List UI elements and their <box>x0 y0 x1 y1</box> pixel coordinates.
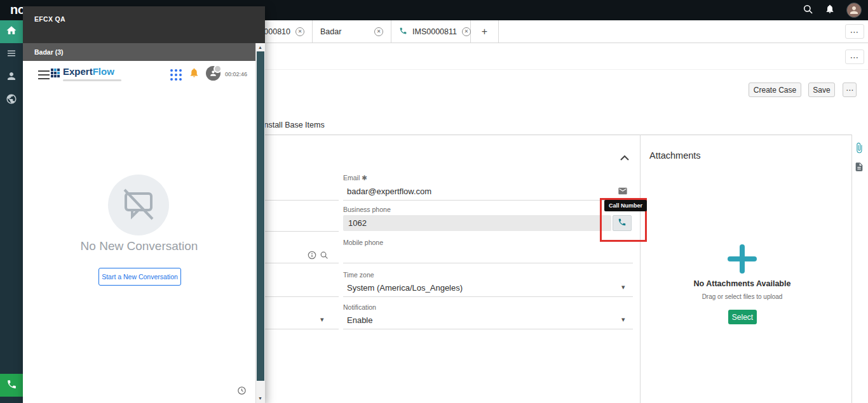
expertflow-widget-panel: EFCX QA Badar (3) ExpertFlow <box>23 6 265 403</box>
field-underline <box>343 200 633 201</box>
scroll-up-icon[interactable]: ▲ <box>256 43 264 52</box>
scroll-down-icon[interactable]: ▼ <box>256 394 264 403</box>
save-button[interactable]: Save <box>808 83 835 97</box>
tab-label: Badar <box>320 27 369 36</box>
left-nav-sidebar <box>0 20 23 403</box>
widget-bell-icon[interactable] <box>189 67 200 81</box>
notification-select[interactable]: Enable <box>347 315 372 325</box>
header-actions <box>803 0 862 20</box>
field-underline <box>261 329 339 329</box>
tab-overflow-button[interactable]: ⋯ <box>845 24 864 39</box>
section-tab-install-base-items[interactable]: Install Base Items <box>262 121 325 129</box>
info-icon[interactable] <box>308 251 316 262</box>
paperclip-icon[interactable] <box>853 142 865 156</box>
app-root: now I <box>0 0 868 403</box>
phone-icon <box>6 379 17 392</box>
time-zone-select[interactable]: System (America/Los_Angeles) <box>347 283 463 293</box>
mobile-phone-label: Mobile phone <box>343 239 383 246</box>
widget-body: Badar (3) ExpertFlow <box>23 43 265 403</box>
search-icon[interactable] <box>803 4 813 17</box>
phone-icon <box>399 27 407 37</box>
field-underline <box>343 329 633 329</box>
attachments-title: Attachments <box>649 150 701 161</box>
widget-app-title: EFCX QA <box>23 6 265 43</box>
chevron-down-icon[interactable]: ▾ <box>320 315 324 324</box>
right-icon-strip <box>851 135 868 403</box>
list-icon <box>6 48 17 62</box>
sidebar-item-phone[interactable] <box>0 374 23 397</box>
sidebar-item-contacts[interactable] <box>0 66 23 89</box>
brand-primary: Expert <box>63 66 93 77</box>
agent-avatar[interactable] <box>206 66 220 81</box>
email-field[interactable]: badar@expertflow.com <box>347 187 431 196</box>
document-icon[interactable] <box>854 162 864 175</box>
envelope-icon[interactable] <box>618 186 628 199</box>
expertflow-grid-icon <box>51 69 60 77</box>
attachments-empty-subtitle: Drag or select files to upload <box>637 293 848 300</box>
time-zone-label: Time zone <box>343 271 374 279</box>
form-more-button[interactable]: ⋯ <box>843 83 857 97</box>
add-attachment-icon[interactable] <box>637 244 848 277</box>
notifications-bell-icon[interactable] <box>825 4 835 17</box>
sidebar-item-home[interactable] <box>0 20 23 43</box>
widget-queue-header: Badar (3) <box>23 43 255 61</box>
tab-label: IMS0000811 <box>412 27 457 36</box>
business-phone-label: Business phone <box>343 206 391 213</box>
field-underline <box>343 296 633 297</box>
field-underline <box>343 263 633 263</box>
record-more-button[interactable]: ⋯ <box>845 50 864 64</box>
field-underline <box>261 200 339 201</box>
no-conversation-icon <box>108 175 169 238</box>
agent-state-timer: 00:02:46 <box>225 71 247 77</box>
home-icon <box>6 25 17 39</box>
scrollbar-thumb[interactable] <box>257 51 264 381</box>
history-clock-icon[interactable] <box>237 386 247 398</box>
attachments-empty-title: No Attachments Available <box>637 279 848 288</box>
select-files-button[interactable]: Select <box>728 310 757 324</box>
workspace-tab-badar[interactable]: Badar ✕ <box>313 20 391 43</box>
widget-content: Badar (3) ExpertFlow <box>23 43 255 403</box>
close-tab-icon[interactable]: ✕ <box>462 27 471 36</box>
close-tab-icon[interactable]: ✕ <box>295 27 304 36</box>
expertflow-logo: ExpertFlow <box>51 66 121 81</box>
widget-main: ExpertFlow 00:02:46 <box>23 61 255 403</box>
create-case-button[interactable]: Create Case <box>749 83 801 97</box>
field-underline <box>261 296 339 297</box>
sidebar-item-globe[interactable] <box>0 89 23 112</box>
collapse-section-chevron[interactable] <box>620 152 629 163</box>
email-label: Email ✱ <box>343 174 367 182</box>
lookup-search-icon[interactable] <box>320 251 329 262</box>
chevron-down-icon[interactable]: ▾ <box>621 315 625 324</box>
user-avatar[interactable] <box>846 3 862 18</box>
agent-status-badge <box>214 65 222 73</box>
add-tab-button[interactable]: + <box>471 20 499 43</box>
dialpad-icon[interactable] <box>170 69 182 81</box>
widget-scrollbar[interactable]: ▲ ▼ <box>255 43 265 403</box>
start-conversation-button[interactable]: Start a New Conversation <box>98 268 181 286</box>
field-underline <box>261 263 339 263</box>
contact-icon <box>6 70 17 84</box>
business-phone-field[interactable]: 1062 <box>343 215 611 231</box>
no-conversation-message: No New Conversation <box>23 239 255 253</box>
chevron-down-icon[interactable]: ▾ <box>621 283 625 291</box>
workspace-tab-ims0000811[interactable]: IMS0000811 ✕ <box>391 20 471 43</box>
globe-icon <box>6 93 17 107</box>
field-underline <box>261 231 339 232</box>
brand-tagline <box>63 79 121 81</box>
notification-label: Notification <box>343 303 376 311</box>
brand-secondary: Flow <box>93 66 114 77</box>
menu-hamburger-icon[interactable] <box>38 70 50 82</box>
call-number-tooltip: Call Number <box>604 200 647 211</box>
close-tab-icon[interactable]: ✕ <box>374 27 383 36</box>
required-mark: ✱ <box>362 174 367 182</box>
sidebar-item-lists[interactable] <box>0 43 23 66</box>
